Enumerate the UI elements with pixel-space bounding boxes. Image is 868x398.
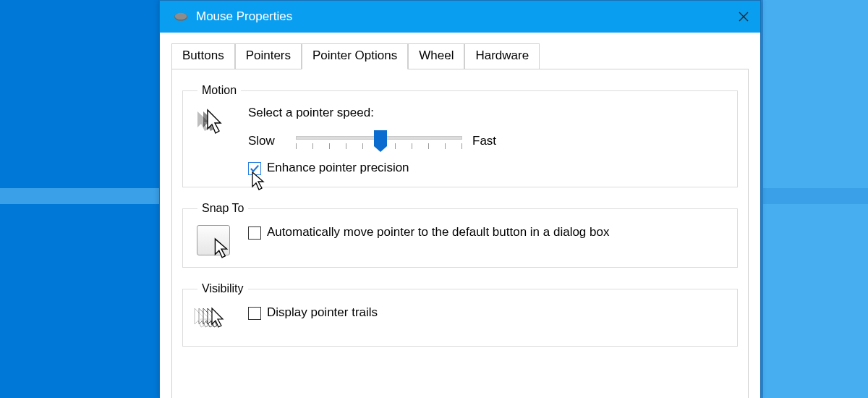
titlebar[interactable]: Mouse Properties (160, 1, 760, 33)
pointer-trails-label: Display pointer trails (267, 305, 378, 320)
enhance-precision-row[interactable]: Enhance pointer precision (248, 161, 727, 175)
pointer-speed-label: Select a pointer speed: (248, 106, 727, 120)
client-area: Buttons Pointers Pointer Options Wheel H… (160, 33, 760, 398)
slider-thumb[interactable] (374, 130, 387, 146)
group-visibility-legend: Visibility (197, 282, 248, 295)
snap-to-row[interactable]: Automatically move pointer to the defaul… (248, 225, 727, 240)
group-snap-to: Snap To Automatically move pointer to th… (182, 202, 738, 268)
group-visibility: Visibility (182, 282, 738, 347)
pointer-trails-checkbox[interactable] (248, 307, 261, 320)
slider-slow-label: Slow (248, 134, 286, 148)
group-snap-to-legend: Snap To (197, 202, 248, 215)
pointer-trails-icon (193, 305, 234, 334)
tab-page-pointer-options: Motion Select a pointer speed: (171, 69, 749, 398)
pointer-speed-slider[interactable] (296, 129, 462, 153)
tab-strip: Buttons Pointers Pointer Options Wheel H… (160, 33, 760, 69)
enhance-precision-label: Enhance pointer precision (267, 161, 409, 175)
snap-to-label: Automatically move pointer to the defaul… (267, 225, 609, 240)
pointer-speed-icon (193, 107, 234, 136)
tab-wheel[interactable]: Wheel (408, 43, 464, 69)
snap-to-icon (197, 225, 230, 255)
pointer-trails-row[interactable]: Display pointer trails (248, 305, 727, 320)
tab-pointers[interactable]: Pointers (235, 43, 302, 69)
window-title: Mouse Properties (196, 9, 292, 24)
tab-hardware[interactable]: Hardware (464, 43, 540, 69)
mouse-icon (173, 12, 189, 22)
snap-to-checkbox[interactable] (248, 226, 261, 240)
slider-fast-label: Fast (472, 134, 496, 148)
group-motion: Motion Select a pointer speed: (182, 84, 738, 187)
tab-pointer-options[interactable]: Pointer Options (302, 43, 408, 69)
mouse-properties-window: Mouse Properties Buttons Pointers Pointe… (159, 0, 761, 398)
close-button[interactable] (727, 1, 760, 33)
svg-point-1 (175, 13, 187, 20)
enhance-precision-checkbox[interactable] (248, 162, 261, 175)
group-motion-legend: Motion (197, 84, 241, 97)
tab-buttons[interactable]: Buttons (171, 43, 235, 69)
